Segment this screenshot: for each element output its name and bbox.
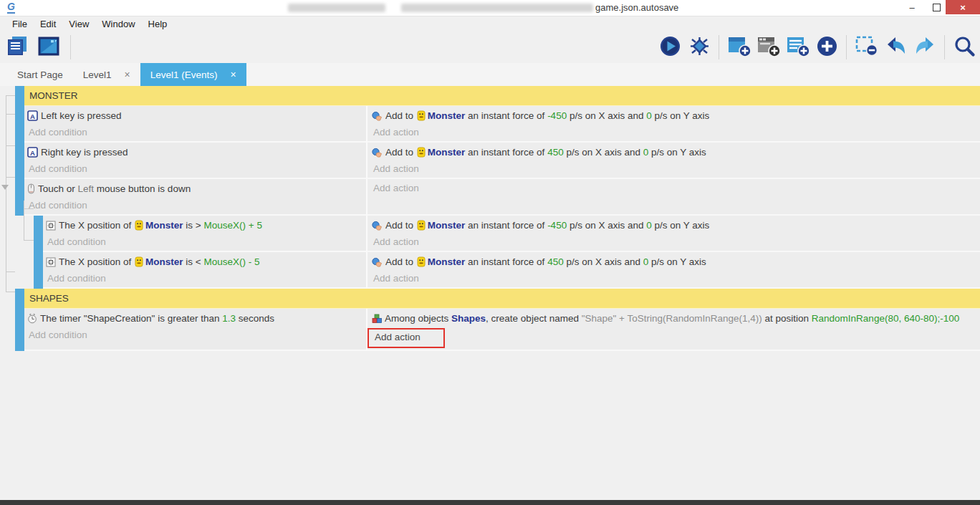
condition-cell[interactable]: The X position of Monster is > MouseX() … bbox=[43, 216, 366, 252]
condition-cell[interactable]: The X position of Monster is < MouseX() … bbox=[43, 252, 366, 289]
play-button[interactable] bbox=[657, 34, 683, 61]
start-page-icon[interactable] bbox=[36, 34, 62, 61]
condition-line[interactable]: Touch or Left mouse button is down bbox=[27, 181, 363, 198]
monster-thumbnail-icon bbox=[417, 147, 426, 162]
action-line[interactable]: Among objects Shapes, create object name… bbox=[372, 311, 980, 328]
add-condition-placeholder[interactable]: Add condition bbox=[27, 125, 363, 140]
add-condition-placeholder[interactable]: Add condition bbox=[27, 162, 363, 176]
event-row[interactable]: ALeft key is pressedAdd conditionAdd to … bbox=[0, 106, 980, 143]
tab-level1-events-[interactable]: Level1 (Events)× bbox=[140, 63, 246, 86]
project-manager-icon-icon bbox=[5, 34, 29, 61]
restore-button[interactable] bbox=[926, 0, 947, 14]
event-row[interactable]: Touch or Left mouse button is downAdd co… bbox=[0, 179, 980, 216]
group-header[interactable]: MONSTER bbox=[24, 86, 980, 106]
red-annotation-box[interactable]: Add action bbox=[368, 328, 445, 348]
event-text-segment: < bbox=[196, 256, 204, 267]
add-action-placeholder[interactable]: Add action bbox=[372, 235, 980, 249]
add-event-button[interactable] bbox=[726, 34, 751, 61]
undo-button[interactable] bbox=[883, 34, 908, 61]
tab-close-icon[interactable]: × bbox=[125, 69, 130, 80]
condition-cell[interactable]: Touch or Left mouse button is downAdd co… bbox=[24, 179, 366, 216]
event-text-segment: Among objects bbox=[385, 313, 451, 324]
project-manager-icon[interactable] bbox=[4, 34, 30, 61]
title-bar: G game.json.autosave – × bbox=[0, 0, 980, 16]
event-text-segment: p/s on X axis and bbox=[567, 220, 646, 231]
action-cell[interactable]: Among objects Shapes, create object name… bbox=[366, 309, 980, 351]
condition-line[interactable]: The X position of Monster is < MouseX() … bbox=[46, 254, 363, 271]
add-circle-button[interactable] bbox=[814, 34, 840, 61]
add-condition-placeholder[interactable]: Add condition bbox=[46, 271, 363, 286]
event-text-segment: -450 bbox=[547, 110, 567, 121]
condition-line[interactable]: ARight key is pressed bbox=[27, 145, 363, 162]
tab-bar: Start PageLevel1×Level1 (Events)× bbox=[0, 63, 980, 86]
menu-item-view[interactable]: View bbox=[62, 16, 95, 32]
tab-close-icon[interactable]: × bbox=[231, 69, 236, 80]
event-selection-bar bbox=[34, 216, 43, 252]
action-line[interactable]: Add to Monster an instant force of 450 p… bbox=[372, 145, 980, 162]
condition-line[interactable]: The X position of Monster is > MouseX() … bbox=[46, 218, 363, 235]
menu-item-window[interactable]: Window bbox=[95, 16, 141, 32]
window-bottom-edge bbox=[0, 500, 980, 505]
event-text-segment: an instant force of bbox=[465, 220, 547, 231]
debug-button[interactable] bbox=[686, 34, 712, 61]
add-action-placeholder-highlighted[interactable]: Add action bbox=[372, 328, 980, 348]
add-circle-icon bbox=[816, 35, 838, 60]
tab-level1[interactable]: Level1× bbox=[73, 63, 140, 86]
toolbar-left-group bbox=[4, 34, 74, 61]
event-text-segment: p/s on Y axis bbox=[652, 220, 710, 231]
play-icon bbox=[659, 35, 681, 60]
event-row[interactable]: ARight key is pressedAdd conditionAdd to… bbox=[0, 143, 980, 179]
event-row[interactable]: The timer "ShapeCreation" is greater tha… bbox=[0, 309, 980, 351]
condition-cell[interactable]: The timer "ShapeCreation" is greater tha… bbox=[24, 309, 366, 351]
sub-event-row[interactable]: The X position of Monster is < MouseX() … bbox=[0, 252, 980, 289]
action-cell[interactable]: Add to Monster an instant force of 450 p… bbox=[366, 143, 980, 179]
sub-event-row[interactable]: The X position of Monster is > MouseX() … bbox=[0, 216, 980, 252]
event-group-row[interactable]: SHAPES bbox=[0, 289, 980, 309]
group-header[interactable]: SHAPES bbox=[24, 289, 980, 309]
action-cell[interactable]: Add to Monster an instant force of -450 … bbox=[366, 216, 980, 252]
add-condition-placeholder[interactable]: Add condition bbox=[46, 235, 363, 249]
condition-cell[interactable]: ARight key is pressedAdd condition bbox=[24, 143, 366, 179]
add-comment-button[interactable] bbox=[784, 34, 810, 61]
action-cell[interactable]: Add to Monster an instant force of 450 p… bbox=[366, 252, 980, 289]
tab-label: Level1 bbox=[83, 69, 112, 80]
minimize-button[interactable]: – bbox=[900, 0, 924, 14]
action-line[interactable]: Add to Monster an instant force of 450 p… bbox=[372, 254, 980, 271]
menu-item-file[interactable]: File bbox=[6, 16, 34, 32]
add-action-placeholder[interactable]: Add action bbox=[372, 125, 980, 140]
event-text-segment: Add to bbox=[385, 110, 416, 121]
close-button[interactable]: × bbox=[946, 0, 980, 14]
add-subevent-button[interactable] bbox=[755, 34, 781, 61]
action-cell[interactable]: Add action bbox=[366, 179, 980, 216]
force-icon bbox=[372, 256, 383, 271]
add-event-icon bbox=[726, 34, 751, 61]
event-text-segment: Left bbox=[78, 183, 95, 194]
action-line[interactable]: Add to Monster an instant force of -450 … bbox=[372, 108, 980, 125]
add-action-placeholder[interactable]: Add action bbox=[372, 162, 980, 176]
condition-line[interactable]: The timer "ShapeCreation" is greater tha… bbox=[27, 311, 363, 328]
add-condition-placeholder[interactable]: Add condition bbox=[27, 328, 363, 342]
redo-button[interactable] bbox=[912, 34, 938, 61]
gdevelop-logo-icon: G bbox=[7, 1, 15, 14]
event-text-segment: "ShapeCreation" bbox=[84, 313, 155, 324]
event-text-segment: p/s on Y axis bbox=[648, 147, 706, 158]
menu-item-help[interactable]: Help bbox=[142, 16, 174, 32]
tab-start-page[interactable]: Start Page bbox=[7, 63, 73, 86]
add-condition-placeholder[interactable]: Add condition bbox=[27, 198, 363, 213]
create-object-icon bbox=[372, 313, 382, 328]
group-header-label: SHAPES bbox=[29, 293, 69, 304]
event-tree-gutter bbox=[0, 143, 15, 179]
add-action-placeholder[interactable]: Add action bbox=[372, 271, 980, 286]
event-group-row[interactable]: MONSTER bbox=[0, 86, 980, 106]
menu-item-edit[interactable]: Edit bbox=[34, 16, 62, 32]
condition-cell[interactable]: ALeft key is pressedAdd condition bbox=[24, 106, 366, 143]
remove-selection-button[interactable] bbox=[853, 34, 879, 61]
action-cell[interactable]: Add to Monster an instant force of -450 … bbox=[366, 106, 980, 143]
event-text-segment: , create object named bbox=[486, 313, 582, 324]
redacted-title-segment bbox=[288, 4, 385, 12]
add-action-placeholder[interactable]: Add action bbox=[372, 181, 980, 196]
condition-line[interactable]: ALeft key is pressed bbox=[27, 108, 363, 125]
action-line[interactable]: Add to Monster an instant force of -450 … bbox=[372, 218, 980, 235]
search-button[interactable] bbox=[951, 34, 977, 61]
start-page-icon-icon bbox=[37, 34, 61, 61]
